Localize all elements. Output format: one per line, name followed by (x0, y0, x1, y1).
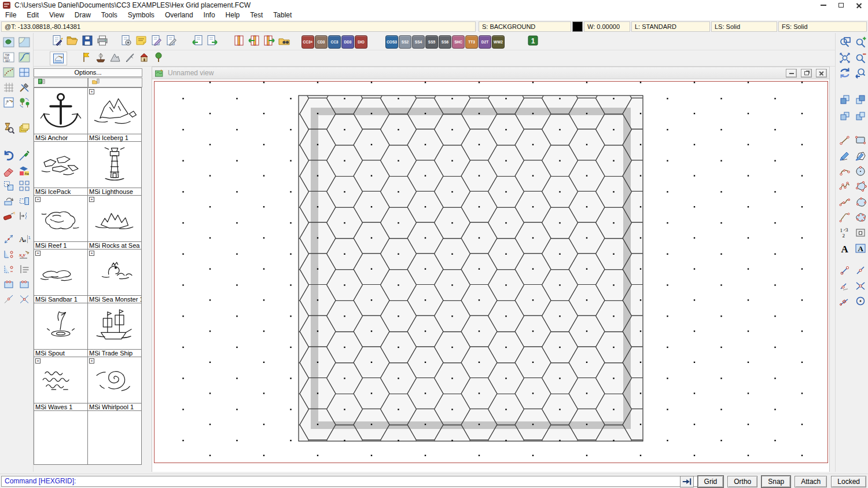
ortho-toggle-button[interactable]: Ortho (727, 476, 757, 487)
snap-center-button[interactable] (853, 295, 868, 310)
view-close-button[interactable] (816, 69, 827, 78)
style-cc3-button[interactable]: CC3 (328, 35, 341, 49)
symbol-style-button[interactable] (1, 96, 16, 111)
insert-file-button[interactable] (190, 35, 204, 49)
join-lines-button[interactable] (1, 293, 16, 308)
symbol-waves[interactable]: +MSi Waves 1 (34, 357, 88, 411)
track-cursor-button[interactable] (680, 476, 694, 487)
maximize-button[interactable] (832, 0, 850, 10)
new-drawing-button[interactable] (50, 35, 64, 49)
color-picker-button[interactable] (17, 149, 32, 164)
expand-collection-toggle[interactable]: + (35, 197, 41, 202)
rotate-button[interactable] (1, 195, 16, 210)
menu-view[interactable]: View (44, 10, 69, 20)
view-restore-button[interactable] (801, 69, 812, 78)
expand-collection-toggle[interactable]: + (89, 251, 94, 256)
smooth-polygon-button[interactable] (853, 196, 868, 211)
symbol-sandbar[interactable]: +MSi Sandbar 1 (34, 249, 88, 303)
copy-button[interactable] (1, 179, 16, 195)
style-tt3-button[interactable]: TT3 (465, 35, 478, 49)
style-dd3-button[interactable]: DD3 (341, 35, 354, 49)
style-ww2-button[interactable]: WW2 (492, 35, 505, 49)
extrude-node-button[interactable] (1, 248, 16, 263)
fractal-path-button[interactable] (837, 211, 852, 226)
menu-tablet[interactable]: Tablet (268, 10, 297, 20)
trail-tool-button[interactable] (1, 66, 16, 81)
replace-symbols-button[interactable] (17, 96, 32, 111)
style-ss2-button[interactable]: SS2 (399, 35, 411, 49)
menu-info[interactable]: Info (198, 10, 220, 20)
new-overland-map-button[interactable] (1, 36, 16, 51)
menu-help[interactable]: Help (220, 10, 245, 20)
multipoly-button[interactable] (17, 263, 32, 278)
zoom-extents-button[interactable] (837, 52, 852, 67)
print-button[interactable] (95, 35, 109, 49)
catalog-options-button[interactable]: Options... (34, 68, 142, 77)
polyline-tool-button[interactable] (837, 180, 852, 195)
snap-tangent-button[interactable] (837, 295, 852, 310)
symbol-icepack[interactable]: MSi IcePack (34, 141, 88, 196)
close-button[interactable] (850, 0, 868, 10)
layer-indicator[interactable]: L: STANDARD (631, 21, 710, 32)
open-button[interactable] (65, 35, 79, 49)
redraw-button[interactable] (837, 67, 852, 82)
save-part-button[interactable] (205, 35, 219, 49)
command-input[interactable]: Command [HEXGRID]: (1, 476, 709, 487)
import-map-button[interactable] (17, 36, 32, 51)
snap-perpendicular-button[interactable] (837, 280, 852, 295)
symbols-weapons-button[interactable] (122, 52, 137, 65)
customize-tools-button[interactable] (17, 81, 32, 96)
style-cd3-button[interactable]: CD3 (315, 35, 328, 49)
search-symbols-button[interactable] (277, 35, 291, 49)
fractal-polygon-button[interactable] (853, 211, 868, 226)
drawing-notes-button[interactable] (134, 35, 148, 49)
symbols-flags-button[interactable] (79, 52, 93, 65)
save-catalog-button[interactable] (262, 35, 276, 49)
split-button[interactable] (17, 293, 32, 308)
sheet-1-button[interactable]: 1 (525, 35, 540, 49)
box-nodes-button[interactable] (17, 278, 32, 293)
symbol-tradeship[interactable]: MSi Trade Ship (87, 303, 142, 357)
scale-move-button[interactable] (1, 233, 16, 248)
symbol-manager-button[interactable] (50, 52, 67, 65)
catalog-open-button[interactable] (88, 78, 142, 87)
circle-tool-button[interactable] (853, 165, 868, 180)
style-shc-button[interactable]: SHC (452, 35, 465, 49)
style-cc3plus-button[interactable]: CC3+ (301, 35, 314, 49)
fill-properties-button[interactable]: Aa (17, 164, 32, 179)
zoom-window-button[interactable] (837, 36, 852, 51)
style-ss5-button[interactable]: SS5 (425, 35, 438, 49)
undo-button[interactable] (1, 149, 16, 164)
style-d2t-button[interactable]: D2T (479, 35, 491, 49)
style-dio-button[interactable]: DIO (355, 35, 367, 49)
line-tool-button[interactable] (837, 134, 852, 149)
bring-to-front-button[interactable] (853, 93, 868, 108)
insert-part-button[interactable] (853, 226, 868, 241)
offset-copy-button[interactable] (17, 195, 32, 210)
drawing-properties-button[interactable] (119, 35, 133, 49)
map-tiles-button[interactable] (17, 66, 32, 81)
zoom-previous-button[interactable] (853, 67, 868, 82)
xy-coordinates-button[interactable]: x,y (17, 248, 32, 263)
symbol-seamonster[interactable]: +MSi Sea Monster 1 (87, 249, 142, 303)
symbols-mountains-button[interactable] (108, 52, 122, 65)
menu-file[interactable]: File (0, 10, 21, 20)
symbols-structures-button[interactable] (137, 52, 151, 65)
minimize-button[interactable] (814, 0, 832, 10)
grid-overlay-button[interactable] (1, 81, 16, 96)
expand-collection-toggle[interactable]: + (89, 89, 94, 94)
symbol-iceberg[interactable]: +MSi Iceberg 1 (87, 87, 142, 142)
rectangle-nodes-button[interactable] (1, 278, 16, 293)
polygon-sketch-button[interactable] (853, 149, 868, 164)
style-ss6-button[interactable]: SS6 (439, 35, 451, 49)
send-back-one-button[interactable] (837, 109, 852, 124)
smooth-path-button[interactable] (837, 196, 852, 211)
zoom-hotspot-button[interactable] (1, 122, 16, 137)
symbol-reef[interactable]: +MSi Reef 1 (34, 195, 88, 249)
river-tool-button[interactable] (17, 51, 32, 66)
symbol-lighthouse[interactable]: MSi Lighthouse (87, 141, 142, 196)
current-color-swatch[interactable] (572, 21, 583, 32)
locked-toggle-button[interactable]: Locked (831, 476, 866, 487)
symbol-rocks[interactable]: +MSi Rocks at Sea 1 (87, 195, 142, 249)
break-line-button[interactable] (17, 210, 32, 225)
